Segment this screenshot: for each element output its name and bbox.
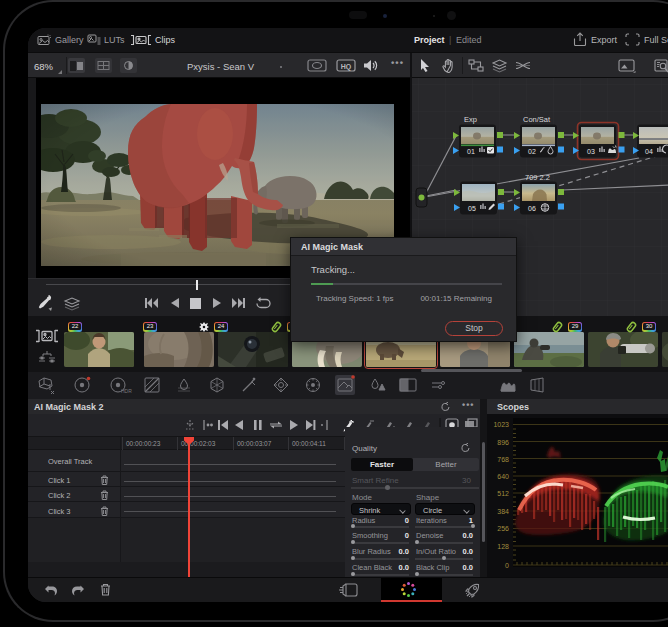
svg-text:0: 0	[505, 562, 509, 569]
svg-text:896: 896	[497, 439, 509, 446]
svg-text:04: 04	[645, 148, 653, 155]
svg-text:01: 01	[467, 148, 475, 155]
svg-text:256: 256	[497, 525, 509, 532]
svg-text:03: 03	[587, 148, 595, 155]
svg-text:512: 512	[497, 490, 509, 497]
svg-text:06: 06	[528, 205, 536, 212]
svg-text:640: 640	[497, 473, 509, 480]
svg-text:HQ: HQ	[341, 63, 352, 71]
svg-text:709 2.2: 709 2.2	[525, 173, 550, 182]
svg-text:HDR: HDR	[121, 388, 132, 394]
svg-text:768: 768	[497, 456, 509, 463]
svg-text:02: 02	[528, 148, 536, 155]
svg-text:05: 05	[468, 205, 476, 212]
svg-text:384: 384	[497, 508, 509, 515]
svg-text:Con/Sat: Con/Sat	[523, 115, 551, 124]
svg-text:1023: 1023	[493, 421, 509, 428]
svg-text:Exp: Exp	[464, 115, 477, 124]
svg-text:128: 128	[497, 543, 509, 550]
